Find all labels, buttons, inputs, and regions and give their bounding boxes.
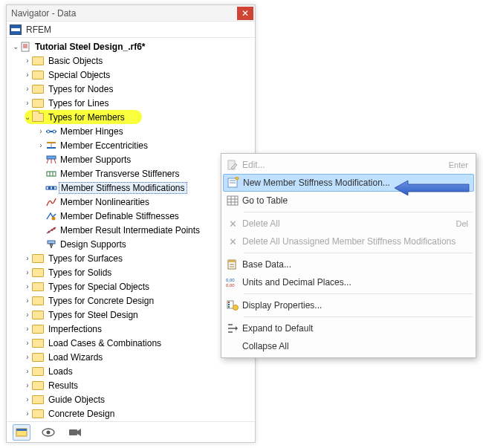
tree-item-types-for-members[interactable]: ⌄ Types for Members (7, 110, 255, 124)
tree-item-label: Member Transverse Stiffeners (59, 169, 180, 179)
collapse-icon[interactable]: ⌄ (23, 113, 32, 121)
expand-icon[interactable]: › (23, 367, 32, 375)
tree-item[interactable]: ›Guide Objects (7, 392, 255, 406)
expand-icon[interactable]: › (23, 339, 32, 347)
svg-point-3 (53, 130, 56, 133)
svg-rect-19 (48, 241, 55, 244)
folder-icon (32, 71, 44, 79)
show-tab-button[interactable] (39, 424, 57, 441)
tree-item-file-root[interactable]: ⌄ Tutorial Steel Design_.rf6* (7, 39, 255, 53)
app-name: RFEM (26, 25, 51, 35)
tree-item[interactable]: ›Types for Concrete Design (7, 293, 255, 308)
tree-item-member-stiffness-modifications[interactable]: Member Stiffness Modifications (7, 181, 255, 195)
menu-label: Delete All Unassigned Member Stiffness M… (242, 236, 468, 247)
tree-item[interactable]: Member Transverse Stiffeners (7, 166, 255, 181)
tree-item-label: Loads (47, 366, 73, 377)
folder-icon (32, 282, 44, 291)
folder-icon (32, 99, 44, 108)
menu-item-units[interactable]: 0,000,00 Units and Decimal Places... (223, 273, 474, 291)
menu-label: Delete All (242, 218, 450, 229)
tree-item[interactable]: ›Load Cases & Combinations (7, 336, 255, 350)
tree-item[interactable]: ›Concrete Design (7, 406, 255, 421)
eye-icon (42, 427, 55, 438)
tree-item[interactable]: Member Nonlinearities (7, 195, 255, 209)
expand-icon[interactable]: › (36, 127, 45, 135)
expand-icon[interactable]: ⌄ (11, 42, 20, 51)
tree-view[interactable]: ⌄ Tutorial Steel Design_.rf6* › Basic Ob… (7, 38, 255, 421)
expand-icon[interactable]: › (23, 395, 32, 403)
member-supports-icon (45, 155, 57, 165)
expand-icon[interactable]: › (23, 353, 32, 361)
data-tab-button[interactable] (13, 424, 30, 441)
expand-icon[interactable]: › (23, 381, 32, 389)
tree-item[interactable]: ›Types for Solids (7, 265, 255, 279)
tree-item-label: Imperfections (47, 324, 102, 334)
tree-item[interactable]: ›Imperfections (7, 322, 255, 336)
menu-item-goto-table[interactable]: Go to Table (223, 192, 474, 210)
svg-marker-50 (236, 326, 238, 331)
expand-icon[interactable]: › (23, 268, 32, 276)
tree-item[interactable]: Member Supports (7, 152, 255, 166)
close-button[interactable]: ✕ (237, 7, 253, 20)
menu-item-collapse-all[interactable]: Collapse All (223, 337, 474, 355)
tree-item-label: Member Hinges (59, 126, 123, 137)
tree-item[interactable]: › Types for Nodes (7, 82, 255, 96)
menu-separator (244, 212, 473, 212)
svg-rect-12 (48, 186, 51, 189)
tree-item[interactable]: ›Types for Surfaces (7, 251, 255, 265)
menu-label: Units and Decimal Places... (242, 277, 468, 288)
tree-item[interactable]: ›Loads (7, 364, 255, 378)
tree-item[interactable]: › Types for Lines (7, 96, 255, 110)
tree-item-label: Member Supports (59, 155, 131, 165)
expand-icon[interactable]: › (23, 56, 32, 65)
tree-item[interactable]: ›Results (7, 378, 255, 392)
tree-item[interactable]: › Special Objects (7, 68, 255, 82)
svg-rect-13 (52, 186, 54, 189)
tree-item-label: Member Nonlinearities (59, 197, 149, 207)
svg-rect-45 (228, 306, 230, 308)
svg-rect-44 (228, 304, 230, 305)
tree-item[interactable]: ›Types for Special Objects (7, 279, 255, 293)
expand-default-icon (223, 319, 242, 337)
menu-item-delete-all: ✕ Delete All Del (223, 215, 474, 233)
navigator-footer (7, 421, 255, 442)
folder-icon (32, 339, 44, 348)
svg-rect-43 (228, 302, 230, 303)
camera-icon (68, 428, 82, 437)
folder-open-icon (32, 113, 44, 122)
tree-item-label: Types for Nodes (47, 84, 113, 94)
tree-item[interactable]: › Member Eccentricities (7, 138, 255, 152)
expand-icon[interactable]: › (23, 325, 32, 333)
expand-icon[interactable]: › (23, 99, 32, 107)
svg-point-14 (52, 216, 56, 220)
file-name: Tutorial Steel Design_.rf6* (33, 42, 145, 52)
folder-icon (32, 296, 44, 305)
tree-item[interactable]: ›Steel Design (7, 421, 255, 421)
tree-item[interactable]: › Basic Objects (7, 53, 255, 68)
tree-item-label: Basic Objects (47, 56, 103, 66)
menu-item-new-stiffness-mod[interactable]: New Member Stiffness Modification... (223, 174, 474, 192)
expand-icon[interactable]: › (23, 282, 32, 290)
tree-item[interactable]: › Member Hinges (7, 124, 255, 138)
expand-icon[interactable]: › (36, 141, 45, 149)
menu-item-display-properties[interactable]: Display Properties... (223, 296, 474, 314)
tree-item[interactable]: Member Result Intermediate Points (7, 223, 255, 237)
tree-item[interactable]: Member Definable Stiffnesses (7, 209, 255, 223)
menu-label: Go to Table (242, 195, 468, 206)
expand-icon[interactable]: › (23, 296, 32, 305)
tree-item[interactable]: Design Supports (7, 237, 255, 251)
expand-icon[interactable]: › (23, 409, 32, 418)
svg-rect-37 (228, 260, 236, 262)
expand-icon[interactable]: › (23, 85, 32, 93)
menu-item-expand-default[interactable]: Expand to Default (223, 319, 474, 337)
expand-icon[interactable]: › (23, 71, 32, 79)
tree-item[interactable]: ›Load Wizards (7, 350, 255, 364)
views-tab-button[interactable] (66, 424, 84, 441)
member-nonlinearities-icon (45, 197, 57, 207)
member-stiffeners-icon (45, 169, 57, 179)
menu-item-base-data[interactable]: Base Data... (223, 256, 474, 273)
member-hinges-icon (45, 126, 57, 137)
tree-item[interactable]: ›Types for Steel Design (7, 308, 255, 322)
expand-icon[interactable]: › (23, 254, 32, 262)
expand-icon[interactable]: › (23, 311, 32, 319)
